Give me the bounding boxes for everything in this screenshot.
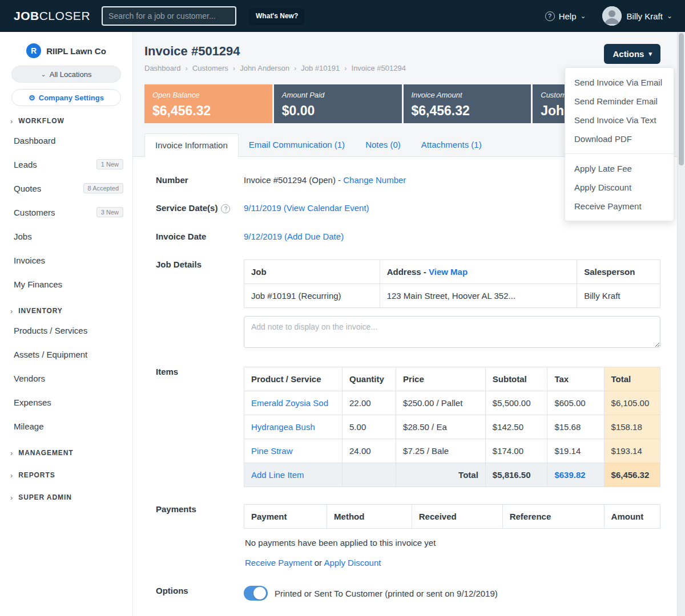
col-total: Total <box>604 367 660 391</box>
breadcrumb-dashboard[interactable]: Dashboard <box>144 64 181 72</box>
items-table: Product / Service Quantity Price Subtota… <box>244 367 660 487</box>
col-payment: Payment <box>244 505 327 529</box>
chevron-down-icon: ⌄ <box>41 71 46 78</box>
nav-section-inventory[interactable]: › INVENTORY <box>0 303 132 318</box>
whats-new-button[interactable]: What's New? <box>250 9 304 23</box>
apply-discount-link[interactable]: Apply Discount <box>324 558 381 568</box>
product-link[interactable]: Pine Straw <box>251 446 293 456</box>
tab-invoice-information[interactable]: Invoice Information <box>144 133 239 157</box>
breadcrumb-job[interactable]: Job #10191 <box>301 64 340 72</box>
chevron-right-icon: › <box>10 493 13 502</box>
col-job: Job <box>244 260 380 284</box>
payments-value: Payment Method Received Reference Amount… <box>244 503 660 569</box>
items-footer-row: Add Line Item Total $5,816.50 $639.82 $6… <box>244 463 660 487</box>
breadcrumb-customer-name[interactable]: John Anderson <box>240 64 289 72</box>
breadcrumb-customers[interactable]: Customers <box>192 64 228 72</box>
add-line-item-link[interactable]: Add Line Item <box>251 470 304 480</box>
tab-attachments[interactable]: Attachments (1) <box>411 133 492 156</box>
price-cell: $28.50 / Ea <box>396 415 486 439</box>
sidebar-item-customers[interactable]: Customers 3 New <box>0 200 132 224</box>
total-cell: $158.18 <box>604 415 660 439</box>
sidebar-item-expenses[interactable]: Expenses <box>0 390 132 414</box>
nav-item-label: Vendors <box>14 374 45 383</box>
stat-invoice-amount: Invoice Amount $6,456.32 <box>404 84 531 123</box>
nav-section-management[interactable]: › MANAGEMENT <box>0 445 132 460</box>
user-menu[interactable]: Billy Kraft ⌄ <box>602 6 672 26</box>
tab-email-communication[interactable]: Email Communication (1) <box>239 133 355 156</box>
scrollbar-thumb[interactable] <box>679 33 684 165</box>
sidebar-item-jobs[interactable]: Jobs <box>0 224 132 248</box>
product-link[interactable]: Hydrangea Bush <box>251 422 315 432</box>
tab-notes[interactable]: Notes (0) <box>355 133 411 156</box>
menu-item-send-reminder-email[interactable]: Send Reminder Email <box>565 92 674 111</box>
menu-item-download-pdf[interactable]: Download PDF <box>565 129 674 148</box>
company-settings-button[interactable]: ⚙ Company Settings <box>11 89 121 106</box>
sidebar-item-invoices[interactable]: Invoices <box>0 248 132 272</box>
nav-item-label: My Finances <box>14 279 62 289</box>
sidebar-item-assets-equipment[interactable]: Assets / Equipment <box>0 342 132 366</box>
service-date-link[interactable]: 9/11/2019 <box>244 203 281 213</box>
total-cell: $193.14 <box>604 439 660 463</box>
add-due-date-link[interactable]: (Add Due Date) <box>284 232 344 241</box>
address-header-text: Address - <box>387 267 426 277</box>
payments-label: Payments <box>156 503 244 569</box>
receive-payment-link[interactable]: Receive Payment <box>245 558 312 568</box>
payments-table: Payment Method Received Reference Amount <box>244 504 660 529</box>
breadcrumb-invoice: Invoice #501294 <box>352 64 406 72</box>
invoice-date-link[interactable]: 9/12/2019 <box>244 232 282 241</box>
sidebar-item-my-finances[interactable]: My Finances <box>0 272 132 296</box>
app-logo[interactable]: JOBCLOSER <box>14 9 90 23</box>
col-price: Price <box>396 367 486 391</box>
toggle-knob <box>253 587 266 599</box>
stat-label: Amount Paid <box>282 91 394 99</box>
view-calendar-event-link[interactable]: (View Calendar Event) <box>284 203 369 213</box>
chevron-right-icon: › <box>186 64 188 72</box>
table-header-row: Payment Method Received Reference Amount <box>244 505 660 529</box>
help-label: Help <box>559 11 577 21</box>
invoice-date-label: Invoice Date <box>156 230 244 241</box>
all-locations-label: All Locations <box>50 70 92 79</box>
sidebar-item-products-services[interactable]: Products / Services <box>0 318 132 342</box>
main-content: Invoice #501294 Dashboard › Customers › … <box>133 32 677 616</box>
view-map-link[interactable]: View Map <box>429 267 468 277</box>
sidebar-item-quotes[interactable]: Quotes 8 Accepted <box>0 176 132 200</box>
job-cell: Job #10191 (Recurring) <box>244 284 380 308</box>
nav-section-reports[interactable]: › REPORTS <box>0 468 132 483</box>
sidebar-item-dashboard[interactable]: Dashboard <box>0 128 132 152</box>
sidebar-item-leads[interactable]: Leads 1 New <box>0 152 132 176</box>
menu-divider <box>565 153 674 154</box>
company-name: RIIPL Lawn Co <box>46 46 106 56</box>
question-icon[interactable]: ? <box>221 204 230 213</box>
scrollbar[interactable] <box>677 32 685 616</box>
nav-section-title: REPORTS <box>18 471 55 479</box>
caret-down-icon: ▾ <box>648 50 652 58</box>
col-subtotal: Subtotal <box>485 367 547 391</box>
sidebar-item-vendors[interactable]: Vendors <box>0 366 132 390</box>
chevron-down-icon: ⌄ <box>581 12 586 20</box>
nav-item-label: Products / Services <box>14 326 87 335</box>
col-method: Method <box>327 505 412 529</box>
or-text: or <box>315 558 322 568</box>
product-link[interactable]: Emerald Zoysia Sod <box>251 398 328 408</box>
label-text: Number <box>156 175 188 185</box>
help-menu[interactable]: ? Help ⌄ <box>545 11 586 21</box>
menu-item-receive-payment[interactable]: Receive Payment <box>565 197 674 216</box>
tax-total-link[interactable]: $639.82 <box>554 470 585 480</box>
all-locations-dropdown[interactable]: ⌄ All Locations <box>11 66 121 83</box>
payments-row: Payments Payment Method Received Referen… <box>156 503 660 569</box>
menu-item-send-invoice-text[interactable]: Send Invoice Via Text <box>565 111 674 129</box>
menu-item-apply-discount[interactable]: Apply Discount <box>565 178 674 197</box>
invoice-note-input[interactable] <box>244 316 660 348</box>
change-number-link[interactable]: Change Number <box>343 175 406 185</box>
printed-toggle[interactable] <box>244 586 268 601</box>
actions-button[interactable]: Actions ▾ <box>604 44 660 64</box>
menu-item-send-invoice-email[interactable]: Send Invoice Via Email <box>565 73 674 92</box>
invoice-date-value: 9/12/2019 (Add Due Date) <box>244 230 660 241</box>
menu-item-apply-late-fee[interactable]: Apply Late Fee <box>565 159 674 178</box>
avatar <box>602 6 622 26</box>
nav-section-workflow[interactable]: › WORKFLOW <box>0 114 132 128</box>
label-text: Job Details <box>156 260 202 269</box>
nav-section-super-admin[interactable]: › SUPER ADMIN <box>0 490 132 505</box>
search-input[interactable] <box>102 6 236 26</box>
sidebar-item-mileage[interactable]: Mileage <box>0 414 132 438</box>
